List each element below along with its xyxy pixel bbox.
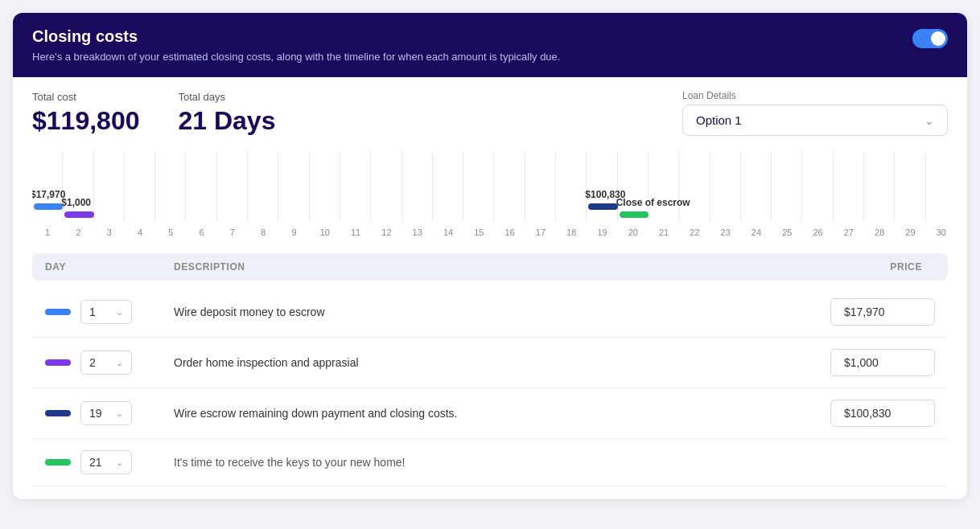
day-select[interactable]: 19 ⌄ xyxy=(80,401,132,425)
table-body: 1 ⌄ Wire deposit money to escrow $17,970… xyxy=(32,287,948,486)
row-left: 21 ⌄ xyxy=(45,450,174,474)
table-section: DAY DESCRIPTION PRICE 1 ⌄ Wire deposit m… xyxy=(13,240,967,499)
total-days-label: Total days xyxy=(178,91,275,103)
loan-option-label: Option 1 xyxy=(696,113,742,127)
color-indicator xyxy=(45,459,71,465)
chart-inner: 1234567891011121314151617181920212223242… xyxy=(32,152,948,240)
page-subtitle: Here's a breakdown of your estimated clo… xyxy=(32,51,560,63)
price-box: $1,000 xyxy=(830,349,935,376)
table-row: 1 ⌄ Wire deposit money to escrow $17,970 xyxy=(32,287,948,338)
toggle-switch[interactable] xyxy=(912,29,948,48)
total-days-value: 21 Days xyxy=(178,106,275,136)
col-header-price: PRICE xyxy=(774,261,935,273)
page-title: Closing costs xyxy=(32,27,560,46)
row-price: $1,000 xyxy=(774,349,935,376)
chevron-down-icon: ⌄ xyxy=(116,358,123,368)
chevron-down-icon: ⌄ xyxy=(924,114,934,127)
price-box: $17,970 xyxy=(830,298,935,326)
chart-scroll[interactable]: 1234567891011121314151617181920212223242… xyxy=(32,152,948,240)
color-indicator xyxy=(45,410,71,416)
day-select[interactable]: 2 ⌄ xyxy=(80,351,132,375)
day-value: 21 xyxy=(89,456,102,469)
table-row: 2 ⌄ Order home inspection and apprasial … xyxy=(32,338,948,388)
chevron-down-icon: ⌄ xyxy=(116,408,123,419)
day-select[interactable]: 21 ⌄ xyxy=(80,450,132,474)
total-days-item: Total days 21 Days xyxy=(178,91,275,136)
row-left: 1 ⌄ xyxy=(45,300,174,324)
loan-details: Loan Details Option 1 ⌄ xyxy=(682,90,948,136)
row-left: 2 ⌄ xyxy=(45,351,174,375)
table-row: 21 ⌄ It's time to receive the keys to yo… xyxy=(32,439,948,486)
col-header-day: DAY xyxy=(45,261,174,273)
price-box: $100,830 xyxy=(830,400,935,427)
day-value: 19 xyxy=(89,407,102,420)
chevron-down-icon: ⌄ xyxy=(116,457,123,468)
header-text: Closing costs Here's a breakdown of your… xyxy=(32,27,560,63)
total-cost-item: Total cost $119,800 xyxy=(32,91,139,136)
row-description: It's time to receive the keys to your ne… xyxy=(174,456,774,469)
table-header: DAY DESCRIPTION PRICE xyxy=(32,253,948,281)
day-select[interactable]: 1 ⌄ xyxy=(80,300,132,324)
summary-row: Total cost $119,800 Total days 21 Days L… xyxy=(13,77,967,139)
chevron-down-icon: ⌄ xyxy=(116,307,123,318)
total-cost-label: Total cost xyxy=(32,91,139,103)
total-cost-value: $119,800 xyxy=(32,106,139,136)
closing-costs-card: Closing costs Here's a breakdown of your… xyxy=(13,13,967,499)
row-price: $17,970 xyxy=(774,298,935,326)
chart-area: 1234567891011121314151617181920212223242… xyxy=(13,139,967,240)
col-header-desc: DESCRIPTION xyxy=(174,261,774,273)
row-description: Wire deposit money to escrow xyxy=(174,306,774,318)
row-price: $100,830 xyxy=(774,400,935,427)
day-value: 1 xyxy=(89,306,96,318)
row-left: 19 ⌄ xyxy=(45,401,174,425)
row-description: Wire escrow remaining down payment and c… xyxy=(174,407,774,420)
loan-details-label: Loan Details xyxy=(682,90,948,101)
header: Closing costs Here's a breakdown of your… xyxy=(13,13,967,77)
table-row: 19 ⌄ Wire escrow remaining down payment … xyxy=(32,388,948,439)
color-indicator xyxy=(45,309,71,315)
day-value: 2 xyxy=(89,356,96,369)
color-indicator xyxy=(45,359,71,366)
loan-select-dropdown[interactable]: Option 1 ⌄ xyxy=(682,105,948,136)
row-description: Order home inspection and apprasial xyxy=(174,356,774,369)
